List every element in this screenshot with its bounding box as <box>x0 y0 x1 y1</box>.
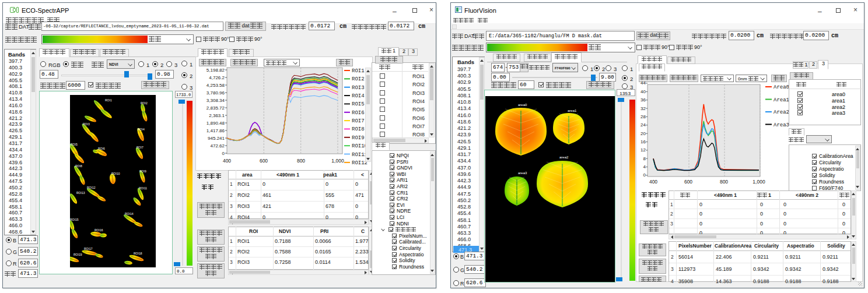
svg-text:1,000: 1,000 <box>752 179 765 185</box>
svg-text:12: 12 <box>640 147 646 153</box>
svg-text:ROI13: ROI13 <box>76 191 85 195</box>
svg-text:ROI12: ROI12 <box>87 186 96 189</box>
svg-text:5,198.82: 5,198.82 <box>206 68 225 73</box>
svg-text:3,780.96: 3,780.96 <box>206 90 225 96</box>
svg-text:ROI16: ROI16 <box>94 228 103 232</box>
svg-text:44: 44 <box>640 80 646 86</box>
svg-text:ROI7: ROI7 <box>136 146 144 149</box>
svg-text:Area3: Area3 <box>774 122 789 128</box>
svg-text:2,363.1: 2,363.1 <box>209 113 225 118</box>
svg-text:1,000: 1,000 <box>331 158 344 164</box>
svg-text:ROI7: ROI7 <box>352 118 365 124</box>
svg-text:945.241: 945.241 <box>208 136 225 141</box>
svg-text:ROI2: ROI2 <box>141 101 148 105</box>
svg-text:ROI10: ROI10 <box>111 172 120 175</box>
svg-text:area1: area1 <box>568 109 577 112</box>
svg-text:400: 400 <box>223 158 231 164</box>
svg-text:4,253.58: 4,253.58 <box>206 83 225 88</box>
svg-text:ROI14: ROI14 <box>125 212 134 216</box>
svg-text:800: 800 <box>297 158 305 164</box>
svg-text:4: 4 <box>643 164 646 170</box>
svg-text:16: 16 <box>640 139 646 144</box>
svg-text:1,417.86: 1,417.86 <box>206 128 225 133</box>
svg-text:8: 8 <box>643 156 646 161</box>
svg-text:area3: area3 <box>518 171 527 175</box>
svg-text:ROI2: ROI2 <box>352 76 365 82</box>
svg-text:ROI18: ROI18 <box>134 252 142 255</box>
svg-text:ROI6: ROI6 <box>352 110 365 116</box>
svg-text:area2: area2 <box>559 156 569 159</box>
svg-text:600: 600 <box>684 179 692 185</box>
svg-text:4,726.2: 4,726.2 <box>209 75 225 80</box>
svg-text:area0: area0 <box>518 103 527 107</box>
svg-text:ROI4: ROI4 <box>352 93 365 99</box>
svg-text:ROI3: ROI3 <box>352 85 365 91</box>
svg-text:32: 32 <box>640 106 646 111</box>
svg-text:20: 20 <box>640 131 646 136</box>
svg-text:ROI11: ROI11 <box>139 186 147 190</box>
svg-text:600: 600 <box>260 158 268 164</box>
svg-text:ROI6: ROI6 <box>98 147 105 150</box>
svg-text:ROI3: ROI3 <box>83 122 90 126</box>
svg-text:800: 800 <box>720 179 728 185</box>
svg-text:Area2: Area2 <box>774 110 789 115</box>
svg-text:ROI9: ROI9 <box>139 170 146 173</box>
svg-text:ROI17: ROI17 <box>84 247 93 250</box>
svg-text:36: 36 <box>640 97 646 103</box>
svg-text:2,835.72: 2,835.72 <box>206 105 225 111</box>
svg-text:ROI9: ROI9 <box>352 135 365 141</box>
svg-text:0: 0 <box>222 151 225 156</box>
svg-text:472.62: 472.62 <box>211 143 225 149</box>
svg-text:ROI5: ROI5 <box>352 101 365 107</box>
svg-text:1,890.48: 1,890.48 <box>206 121 225 126</box>
svg-text:3,308.34: 3,308.34 <box>206 98 225 103</box>
svg-text:40: 40 <box>640 89 646 94</box>
svg-text:ROI5: ROI5 <box>71 143 78 146</box>
svg-text:Area0: Area0 <box>774 84 789 90</box>
svg-text:ROI15: ROI15 <box>70 218 79 221</box>
svg-text:ROI19: ROI19 <box>74 253 82 256</box>
svg-text:ROI4: ROI4 <box>138 128 145 131</box>
svg-text:28: 28 <box>640 114 646 119</box>
svg-text:400: 400 <box>649 179 657 185</box>
svg-text:ROI8: ROI8 <box>352 126 365 132</box>
svg-text:0: 0 <box>643 172 646 178</box>
svg-text:24: 24 <box>640 122 646 128</box>
svg-text:ROI1: ROI1 <box>105 98 112 102</box>
svg-text:Area1: Area1 <box>774 97 789 103</box>
svg-text:ROI1: ROI1 <box>352 68 365 74</box>
svg-text:ROI8: ROI8 <box>75 164 82 168</box>
